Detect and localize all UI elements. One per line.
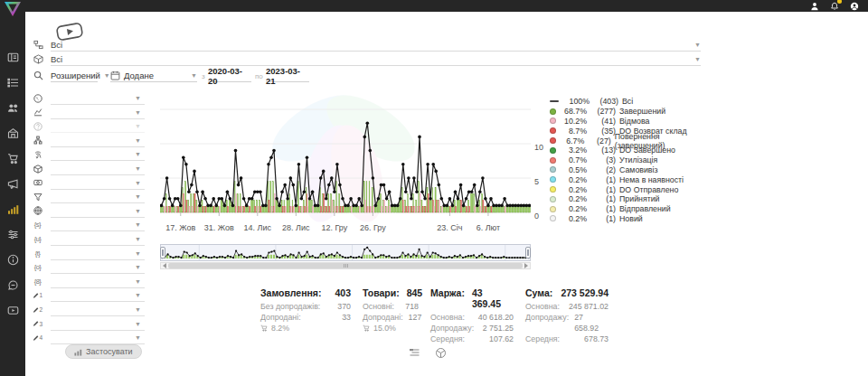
legend-item[interactable]: 6.7%(27)Повернення (завершений): [550, 136, 703, 146]
filter-row-var-o[interactable]: {o}▼: [33, 261, 145, 275]
products-cube-icon[interactable]: [435, 347, 447, 359]
product-select[interactable]: Всі ▼: [51, 52, 701, 66]
stat-sub-label: Без допродажів:: [260, 301, 320, 312]
notifications-bell-icon[interactable]: [829, 1, 839, 11]
filter-row-manager[interactable]: ▼: [33, 148, 145, 162]
filter-row-custom-field-2[interactable]: 2▼: [33, 304, 145, 317]
sidebar-item-warehouse[interactable]: [0, 120, 25, 146]
sidebar-item-purchases[interactable]: [0, 146, 25, 171]
x-axis-tick-label: 31. Жов: [199, 223, 239, 232]
filter-row-payment[interactable]: ▼: [33, 177, 145, 191]
chevron-down-icon: ▼: [135, 250, 141, 257]
apply-filters-button[interactable]: Застосувати: [65, 344, 142, 359]
legend-item[interactable]: 10.2%(41)Відмова: [550, 117, 703, 127]
orders-chart[interactable]: [160, 91, 531, 220]
filter-row-source[interactable]: ▼: [33, 135, 145, 148]
sidebar-item-analytics[interactable]: [0, 196, 25, 221]
search-icon[interactable]: [33, 70, 43, 80]
avatar-icon[interactable]: [849, 1, 859, 11]
legend-item[interactable]: 0.2%(1)DO Отправлено: [550, 184, 703, 194]
date-from-input[interactable]: 2020-03-20: [208, 70, 251, 82]
filter-dropdown[interactable]: ▼: [51, 205, 145, 218]
legend-item[interactable]: 0.2%(1)Новий: [550, 214, 703, 224]
filter-row-product[interactable]: ▼: [33, 163, 145, 176]
date-to-label: по: [255, 72, 263, 80]
filter-dropdown[interactable]: ▼: [51, 248, 145, 260]
sidebar-item-clients[interactable]: [0, 95, 25, 120]
filter-dropdown[interactable]: ▼: [51, 92, 145, 105]
filter-row-var-s[interactable]: {s}▼: [33, 219, 145, 232]
filter-dropdown[interactable]: ▼: [51, 163, 145, 175]
filter-row-var-t[interactable]: {t}▼: [33, 248, 145, 261]
legend-item[interactable]: 68.7%(277)Завершений: [550, 107, 703, 117]
filter-dropdown[interactable]: ▼: [51, 332, 145, 344]
filter-row-custom-field-3[interactable]: 3▼: [33, 318, 145, 332]
legend-swatch: [550, 196, 556, 202]
top-bar: [0, 0, 868, 12]
filter-row-funnel[interactable]: ▼: [33, 107, 145, 120]
upsell-percent: 15.0%: [373, 324, 396, 333]
user-icon[interactable]: [809, 1, 819, 11]
filter-dropdown[interactable]: ▼: [51, 191, 145, 203]
filter-dropdown[interactable]: ▼: [51, 276, 145, 288]
filter-dropdown[interactable]: ▼: [51, 177, 145, 190]
chart-navigator[interactable]: [160, 244, 531, 261]
scrollbar-thumb[interactable]: [168, 263, 523, 268]
filter-dropdown[interactable]: ▼: [51, 233, 145, 246]
scroll-right-icon[interactable]: [523, 262, 530, 269]
sidebar-item-orders[interactable]: [0, 70, 25, 95]
legend-swatch: [550, 186, 556, 193]
filter-row-custom-field-4[interactable]: 4▼: [33, 332, 145, 345]
legend-item[interactable]: 0.2%(1)Відправлений: [550, 204, 703, 214]
app-logo-icon[interactable]: [4, 1, 22, 17]
globe-grid-icon: [33, 206, 42, 216]
filter-row-website[interactable]: ▼: [33, 205, 145, 219]
legend-item[interactable]: 100%(403)Всі: [550, 97, 703, 107]
legend-item[interactable]: 0.2%(1)Прийнятий: [550, 194, 703, 204]
stat-sub-label: Середня:: [525, 334, 560, 344]
navigator-left-handle[interactable]: [160, 247, 165, 258]
sidebar-item-info[interactable]: [0, 247, 25, 272]
filter-row-var-8[interactable]: {8}▼: [33, 276, 145, 289]
sidebar-item-support[interactable]: [0, 272, 25, 297]
stat-sub-label: Допродажу:: [525, 312, 569, 334]
filter-dropdown[interactable]: ▼: [51, 107, 145, 119]
date-field-inner: Додане: [110, 70, 154, 80]
list-view-icon[interactable]: [409, 347, 420, 359]
filter-dropdown[interactable]: ▼: [51, 318, 145, 331]
filter-dropdown[interactable]: ▼: [51, 135, 145, 147]
stat-sub-label: Основна:: [430, 312, 465, 323]
filter-dropdown[interactable]: ▼: [51, 304, 145, 316]
scroll-left-icon[interactable]: [161, 262, 168, 269]
legend-item[interactable]: 0.2%(1)Нема в наявності: [550, 174, 703, 184]
search-mode-select[interactable]: Розширений ▼: [51, 69, 98, 82]
chart-scrollbar[interactable]: [160, 262, 531, 269]
filter-dropdown[interactable]: ▼: [51, 120, 145, 133]
chevron-down-icon: ▼: [135, 180, 141, 186]
date-to-input[interactable]: 2023-03-21: [266, 70, 309, 82]
legend-label: Самовивіз: [619, 165, 658, 174]
filter-row-custom-field-1[interactable]: 1▼: [33, 289, 145, 303]
legend-item[interactable]: 0.5%(2)Самовивіз: [550, 165, 703, 175]
x-axis-tick-label: 17. Жов: [161, 223, 201, 232]
sidebar-item-dashboard[interactable]: [0, 44, 25, 70]
category-select[interactable]: Всі ▼: [51, 38, 701, 52]
sidebar-item-marketing[interactable]: [0, 171, 25, 196]
filter-row-filter[interactable]: ▼: [33, 191, 145, 204]
filter-row-country[interactable]: ▼: [33, 92, 145, 106]
x-axis-tick-label: 26. Гру: [353, 223, 392, 232]
legend-label: Завершений: [619, 107, 665, 116]
stat-sub-value: 127: [409, 312, 422, 323]
date-field-value: Додане: [124, 70, 154, 80]
date-field-select[interactable]: Додане ▼: [110, 69, 197, 82]
sidebar-item-settings[interactable]: [0, 221, 25, 247]
filter-dropdown[interactable]: ▼: [51, 261, 145, 274]
legend-item[interactable]: 0.7%(3)Утилізація: [550, 155, 703, 165]
filter-dropdown[interactable]: ▼: [51, 148, 145, 161]
filter-row-help[interactable]: ▼: [33, 120, 145, 134]
filter-row-var-u[interactable]: {u}▼: [33, 233, 145, 247]
filter-dropdown[interactable]: ▼: [51, 289, 145, 302]
navigator-right-handle[interactable]: [525, 247, 531, 258]
sidebar-item-video-tutorials[interactable]: [0, 297, 25, 323]
filter-dropdown[interactable]: ▼: [51, 219, 145, 231]
